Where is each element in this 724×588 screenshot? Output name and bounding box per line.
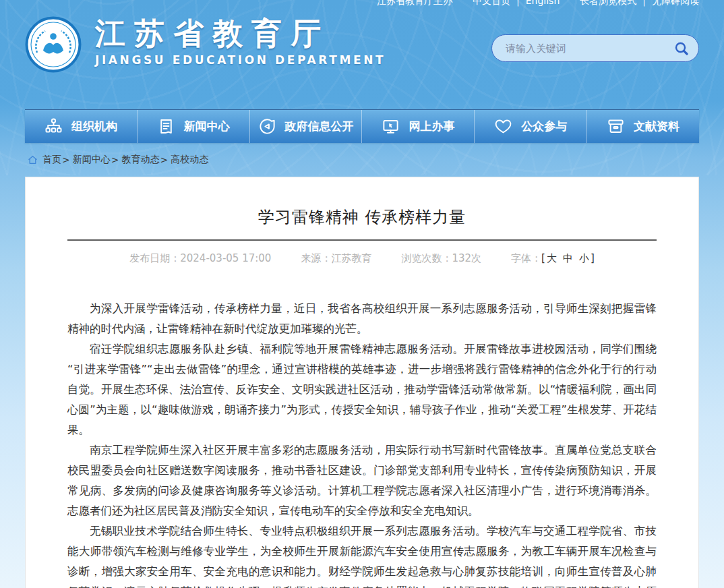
nav-item-organization[interactable]: 组织机构 — [25, 110, 137, 143]
nav-item-gov-info[interactable]: 政府信息公开 — [249, 110, 362, 143]
online-service-icon — [382, 117, 400, 136]
article-source: 来源：江苏教育 — [301, 252, 371, 265]
hosted-by-link[interactable]: 江苏省教育厅主办 — [377, 0, 452, 7]
breadcrumb-home[interactable]: 首页 — [42, 154, 61, 166]
jiangsu-education-logo-icon — [25, 16, 82, 73]
search-input[interactable] — [506, 42, 673, 55]
home-icon — [27, 154, 38, 165]
site-title-english: JIANGSU EDUCATION DEPARTMENT — [95, 53, 386, 67]
brand-block: 江苏省教育厅 JIANGSU EDUCATION DEPARTMENT — [95, 16, 386, 67]
nav-label: 政府信息公开 — [285, 119, 354, 134]
main-nav: 组织机构 新闻中心 政府信息公开 网上办事 公众参与 — [25, 109, 699, 143]
public-participation-heart-icon — [494, 117, 512, 136]
info-disclosure-icon — [258, 117, 276, 136]
site-header: 江苏省教育厅 JIANGSU EDUCATION DEPARTMENT — [25, 16, 699, 73]
english-link[interactable]: English — [526, 0, 560, 7]
view-count: 浏览次数：132次 — [401, 252, 481, 265]
article-paragraph: 南京工程学院师生深入社区开展丰富多彩的志愿服务活动，用实际行动书写新时代雷锋故事… — [67, 440, 657, 521]
title-divider — [67, 239, 657, 241]
font-size-control: 字体：[ 大 中 小 ] — [511, 252, 595, 265]
archive-icon — [607, 117, 625, 136]
article-paragraph: 为深入开展学雷锋活动，传承榜样力量，近日，我省各高校组织开展一系列志愿服务活动，… — [67, 299, 657, 339]
top-utility-bar: 江苏省教育厅主办 中文首页 | English 长者浏览模式 | 无障碍阅读 — [377, 0, 699, 7]
breadcrumb-separator: > — [111, 154, 119, 165]
site-title: 江苏省教育厅 — [95, 16, 386, 51]
font-size-medium[interactable]: 中 — [563, 252, 573, 265]
article-card: 学习雷锋精神 传承榜样力量 发布日期：2024-03-05 17:00 来源：江… — [25, 177, 699, 588]
article-paragraph: 宿迁学院组织志愿服务队赴乡镇、福利院等地开展雷锋精神志愿服务活动。开展雷锋故事进… — [67, 339, 657, 440]
chinese-home-link[interactable]: 中文首页 — [473, 0, 510, 7]
nav-label: 组织机构 — [71, 119, 117, 134]
search-icon[interactable] — [673, 40, 690, 57]
search-box — [491, 34, 699, 62]
publish-date: 发布日期：2024-03-05 17:00 — [129, 252, 271, 265]
org-chart-icon — [44, 117, 63, 136]
elder-mode-link[interactable]: 长者浏览模式 — [580, 0, 636, 7]
accessibility-link[interactable]: 无障碍阅读 — [652, 0, 699, 7]
article-paragraph: 无锡职业技术学院结合师生特长、专业特点积极组织开展一系列志愿服务活动。学校汽车与… — [67, 521, 657, 588]
breadcrumb-separator: > — [62, 154, 70, 165]
breadcrumb-separator: > — [160, 154, 168, 165]
breadcrumb: 首页 > 新闻中心 > 教育动态 > 高校动态 — [27, 154, 208, 166]
nav-item-public-participation[interactable]: 公众参与 — [474, 110, 586, 143]
nav-label: 新闻中心 — [184, 119, 230, 134]
divider: | — [516, 0, 520, 7]
article-body: 为深入开展学雷锋活动，传承榜样力量，近日，我省各高校组织开展一系列志愿服务活动，… — [67, 299, 657, 588]
nav-label: 公众参与 — [521, 119, 567, 134]
nav-label: 网上办事 — [409, 119, 454, 134]
article-title: 学习雷锋精神 传承榜样力量 — [67, 206, 657, 228]
divider: | — [642, 0, 646, 7]
article-meta: 发布日期：2024-03-05 17:00 来源：江苏教育 浏览次数：132次 … — [67, 252, 657, 265]
nav-item-news[interactable]: 新闻中心 — [137, 110, 249, 143]
nav-label: 文献资料 — [634, 119, 680, 134]
nav-item-online-services[interactable]: 网上办事 — [361, 110, 474, 143]
breadcrumb-university-news[interactable]: 高校动态 — [171, 154, 208, 166]
font-size-large[interactable]: 大 — [547, 252, 557, 265]
nav-item-documents[interactable]: 文献资料 — [586, 110, 699, 143]
breadcrumb-news-center[interactable]: 新闻中心 — [73, 154, 111, 166]
news-icon — [157, 117, 175, 136]
breadcrumb-education-news[interactable]: 教育动态 — [121, 154, 159, 166]
font-size-small[interactable]: 小 — [579, 252, 589, 265]
